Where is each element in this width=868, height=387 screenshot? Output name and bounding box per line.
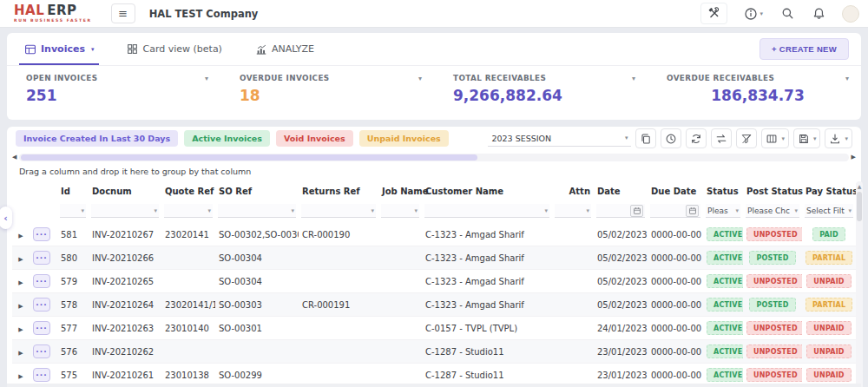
table-row[interactable]: ▶···577INV-2021026323010140SO-00301C-015… [12, 317, 856, 340]
create-new-button[interactable]: + CREATE NEW [760, 38, 849, 60]
stat-dropdown-icon[interactable]: ▾ [418, 75, 422, 82]
filter-so-ref-input[interactable]: ▾ [218, 204, 296, 218]
user-avatar[interactable] [842, 5, 859, 23]
invoice-table-wrap: Id Docnum Quote Ref SO Ref Returns Ref J… [12, 181, 856, 387]
col-returns-ref[interactable]: Returns Ref [299, 181, 378, 200]
scroll-up-icon[interactable]: ▲ [856, 181, 863, 189]
row-expand-icon[interactable]: ▶ [18, 373, 23, 380]
col-date[interactable]: Date [594, 181, 648, 200]
tab-analyze[interactable]: ANALYZE [250, 33, 319, 65]
table-row[interactable]: ▶···579INV-20210265SO-00304C-1323 - Amga… [12, 270, 856, 293]
col-quote-ref[interactable]: Quote Ref [161, 181, 215, 200]
row-actions-button[interactable]: ··· [33, 344, 50, 358]
row-actions-button[interactable]: ··· [33, 251, 50, 265]
filter-chips-row: Invoice Created In Last 30 Days Active I… [7, 127, 861, 150]
save-layout-button[interactable]: ▾ [793, 128, 821, 148]
stat-dropdown-icon[interactable]: ▾ [845, 75, 849, 82]
filter-quote-ref-input[interactable]: ▾ [164, 204, 213, 218]
filter-status-select[interactable]: Pleas▾ [706, 204, 740, 218]
filter-customer-name-input[interactable]: ▾ [424, 204, 549, 218]
stat-overdue-receivables: OVERDUE RECEIVABLES ▾ 186,834.73 [648, 66, 861, 119]
refresh-button[interactable] [686, 128, 707, 148]
col-due-date[interactable]: Due Date [648, 181, 703, 200]
vertical-scrollbar-thumb[interactable] [857, 192, 862, 221]
history-button[interactable] [661, 128, 681, 148]
tools-button[interactable] [700, 3, 727, 24]
col-status[interactable]: Status [703, 181, 743, 200]
notifications-button[interactable] [811, 5, 827, 22]
tab-invoices[interactable]: Invoices ▾ [19, 33, 99, 65]
table-row[interactable]: ▶···581INV-2021026723020141SO-00302,SO-0… [12, 223, 856, 246]
cell-returns-ref: CR-000190 [299, 223, 378, 246]
horizontal-scrollbar-track[interactable] [19, 154, 848, 161]
row-actions-button[interactable]: ··· [33, 227, 50, 241]
swap-view-button[interactable] [711, 128, 732, 148]
col-so-ref[interactable]: SO Ref [215, 181, 299, 200]
filter-id-input[interactable]: ▾ [60, 204, 86, 218]
stat-dropdown-icon[interactable]: ▾ [632, 75, 635, 82]
table-row[interactable]: ▶···580INV-20210266SO-00304C-1323 - Amga… [12, 246, 856, 270]
row-expand-icon[interactable]: ▶ [18, 303, 23, 310]
scroll-left-icon[interactable]: ◀ [12, 154, 16, 161]
status-badge: ACTIVE [707, 298, 743, 312]
cell-post-status: UNPOSTED [743, 340, 802, 364]
row-actions-button[interactable]: ··· [33, 274, 50, 288]
export-button[interactable]: ▾ [825, 128, 852, 148]
cell-docnum: INV-20210265 [89, 270, 161, 293]
horizontal-scrollbar-thumb[interactable] [21, 154, 477, 161]
col-id[interactable]: Id [57, 181, 89, 200]
filter-post-status-select[interactable]: Please Chc▾ [746, 204, 799, 218]
stat-label: OVERDUE RECEIVABLES [667, 74, 774, 82]
row-expand-icon[interactable]: ▶ [18, 326, 23, 333]
chip-unpaid-invoices[interactable]: Unpaid Invoices [359, 130, 449, 147]
vertical-scrollbar[interactable]: ▲ [856, 181, 863, 387]
filter-pay-status-select[interactable]: Select Filt▾ [805, 204, 853, 218]
filter-attn-input[interactable]: ▾ [555, 204, 591, 218]
row-actions-button[interactable]: ··· [33, 321, 50, 335]
columns-button[interactable]: ▾ [761, 128, 789, 148]
calendar-icon[interactable] [630, 205, 643, 217]
row-expand-icon[interactable]: ▶ [18, 233, 23, 239]
row-expand-icon[interactable]: ▶ [18, 256, 23, 263]
col-docnum[interactable]: Docnum [89, 181, 161, 200]
row-expand-icon[interactable]: ▶ [18, 350, 23, 357]
cell-post-status: POSTED [743, 293, 802, 317]
table-row[interactable]: ▶···576INV-20210262C-1287 - Studio1123/0… [12, 340, 856, 364]
chip-void-invoices[interactable]: Void Invoices [276, 130, 353, 147]
chip-created-last-30-days[interactable]: Invoice Created In Last 30 Days [16, 130, 178, 147]
filter-docnum-input[interactable]: ▾ [91, 204, 159, 218]
copy-icon [640, 133, 652, 145]
col-job-name[interactable]: Job Name [378, 181, 422, 200]
copy-button[interactable] [635, 128, 656, 148]
sidebar-collapse-handle[interactable]: ‹ [0, 207, 12, 229]
row-actions-button[interactable]: ··· [33, 368, 50, 382]
col-customer-name[interactable]: Customer Name [422, 181, 552, 200]
tab-card-view[interactable]: Card view (beta) [122, 33, 227, 65]
info-button[interactable]: ▾ [742, 5, 765, 23]
session-select-value: 2023 SESSION [491, 134, 551, 143]
filter-job-name-input[interactable]: ▾ [381, 204, 419, 218]
filter-status-value: Pleas [707, 207, 728, 215]
save-icon [798, 133, 810, 145]
stat-dropdown-icon[interactable]: ▾ [205, 75, 208, 82]
col-post-status[interactable]: Post Status [743, 181, 802, 200]
table-row[interactable]: ▶···578INV-2021026423020141/1SO-00303CR-… [12, 293, 856, 317]
hamburger-menu-icon[interactable]: ≡ [111, 3, 135, 23]
scroll-right-icon[interactable]: ▶ [852, 154, 856, 161]
cell-so-ref: SO-00304 [215, 246, 299, 270]
clear-filter-button[interactable] [736, 128, 757, 148]
filter-due-date-input[interactable] [650, 204, 700, 218]
session-select[interactable]: 2023 SESSION ▾ [488, 131, 631, 147]
col-attn[interactable]: Attn [552, 181, 594, 200]
horizontal-scrollbar[interactable]: ◀ ▶ [12, 152, 856, 162]
col-pay-status[interactable]: Pay Status [802, 181, 856, 200]
cell-so-ref: SO-00304 [215, 270, 299, 293]
search-button[interactable] [779, 5, 796, 22]
row-actions-button[interactable]: ··· [33, 298, 50, 312]
filter-returns-ref-input[interactable]: ▾ [301, 204, 376, 218]
row-expand-icon[interactable]: ▶ [18, 279, 23, 286]
filter-date-input[interactable] [596, 204, 645, 218]
chip-active-invoices[interactable]: Active Invoices [184, 130, 270, 147]
calendar-icon[interactable] [686, 205, 699, 217]
invoice-table: Id Docnum Quote Ref SO Ref Returns Ref J… [12, 181, 856, 387]
